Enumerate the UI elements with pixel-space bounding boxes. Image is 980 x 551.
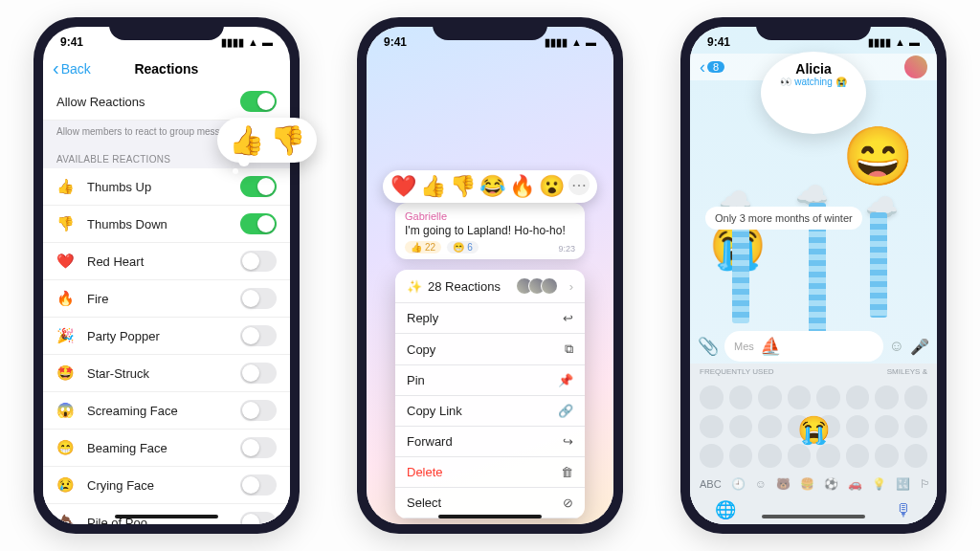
emoji-cell[interactable] (758, 444, 782, 468)
travel-icon[interactable]: 🚗 (848, 477, 862, 491)
reaction-label: Party Popper (87, 329, 240, 343)
reaction-label: Beaming Face (87, 441, 240, 455)
emoji-cell[interactable] (846, 415, 870, 439)
reaction-toggle[interactable] (240, 512, 277, 524)
home-indicator[interactable] (115, 515, 218, 518)
emoji-cell[interactable] (700, 415, 724, 439)
emoji-icon: 😁 (56, 439, 78, 456)
selected-emoji[interactable]: 😭 (797, 414, 831, 446)
mic-icon[interactable]: 🎤 (910, 338, 929, 356)
emoji-cell[interactable] (846, 386, 870, 409)
emoji-icon: ❤️ (56, 253, 78, 270)
emoji-cell[interactable] (816, 386, 840, 409)
message-bubble[interactable]: Gabrielle I'm going to Lapland! Ho-ho-ho… (395, 203, 585, 259)
menu-icon: ↩ (563, 311, 573, 325)
reactions-summary-row[interactable]: ✨ 28 Reactions › (395, 270, 585, 303)
notch (433, 17, 547, 40)
attach-icon[interactable]: 📎 (698, 336, 719, 357)
emoji-cell[interactable] (875, 386, 899, 409)
clock-icon[interactable]: 🕘 (731, 477, 746, 491)
reaction-toggle[interactable] (240, 251, 277, 272)
sailboat-emoji: ⛵ (760, 336, 781, 357)
wifi-icon: ▲ (895, 36, 905, 48)
reaction-toggle[interactable] (240, 288, 277, 309)
back-button[interactable]: ‹8 (700, 57, 724, 77)
react-wow[interactable]: 😮 (539, 174, 565, 199)
clock: 9:41 (707, 35, 730, 49)
menu-pin[interactable]: Pin📌 (395, 365, 585, 396)
mic-icon[interactable]: 🎙 (895, 500, 912, 520)
emoji-cell[interactable] (875, 415, 899, 439)
symbols-icon[interactable]: 🔣 (896, 477, 910, 491)
reaction-toggle[interactable] (240, 325, 277, 346)
objects-icon[interactable]: 💡 (872, 477, 886, 491)
reaction-row: 🎉Party Popper (43, 318, 290, 355)
reaction-label: Star-Struck (87, 366, 240, 381)
globe-icon[interactable]: 🌐 (715, 499, 736, 520)
reaction-label: Crying Face (87, 478, 240, 493)
reaction-toggle[interactable] (240, 474, 277, 496)
reaction-toggle[interactable] (240, 400, 277, 421)
menu-reply[interactable]: Reply↩ (395, 303, 585, 334)
reaction-badge-like[interactable]: 👍 22 (405, 241, 441, 253)
allow-reactions-toggle[interactable] (240, 91, 277, 112)
react-thumbs-down[interactable]: 👎 (450, 174, 476, 199)
incoming-message[interactable]: Only 3 more months of winter (705, 207, 862, 230)
abc-button[interactable]: ABC (700, 478, 722, 490)
emoji-cell[interactable] (729, 415, 753, 439)
flags-icon[interactable]: 🏳 (920, 477, 931, 491)
emoji-cell[interactable] (729, 444, 753, 468)
smiley-icon[interactable]: ☺ (755, 477, 767, 491)
food-icon[interactable]: 🍔 (800, 477, 814, 491)
emoji-cell[interactable] (816, 444, 840, 468)
emoji-cell[interactable] (875, 444, 899, 468)
emoji-cell[interactable] (758, 386, 782, 409)
emoji-cell[interactable] (904, 415, 928, 439)
avatar (541, 277, 558, 295)
emoji-cell[interactable] (758, 415, 782, 439)
input-placeholder: Mes (734, 341, 754, 352)
react-fire[interactable]: 🔥 (509, 174, 535, 199)
context-menu: ✨ 28 Reactions › Reply↩Copy⧉Pin📌Copy Lin… (395, 270, 585, 518)
emoji-cell[interactable] (846, 444, 870, 468)
menu-forward[interactable]: Forward↪ (395, 427, 585, 457)
kbd-tab-smileys[interactable]: SMILEYS & (887, 367, 927, 376)
react-more-icon[interactable]: ⋯ (568, 174, 590, 195)
animal-icon[interactable]: 🐻 (776, 477, 791, 491)
home-indicator[interactable] (762, 515, 865, 518)
activity-icon[interactable]: ⚽ (824, 477, 838, 491)
menu-icon: ⊘ (563, 496, 573, 510)
emoji-cell[interactable] (904, 386, 928, 409)
message-input[interactable]: Mes ⛵ (724, 331, 883, 362)
home-indicator[interactable] (438, 515, 542, 518)
chat-status: 👀 watching 😭 (780, 77, 846, 87)
react-joy[interactable]: 😂 (479, 174, 505, 199)
menu-delete[interactable]: Delete🗑 (395, 457, 585, 488)
menu-label: Select (407, 496, 441, 510)
emoji-icon: 💩 (56, 514, 78, 524)
signal-icon: ▮▮▮▮ (868, 36, 891, 49)
emoji-cell[interactable] (700, 444, 724, 468)
reaction-toggle[interactable] (240, 363, 277, 384)
chat-avatar[interactable] (904, 55, 927, 78)
reaction-toggle[interactable] (240, 437, 277, 458)
reactor-avatars (521, 277, 558, 295)
reaction-toggle[interactable] (240, 213, 277, 234)
menu-label: Reply (407, 311, 438, 325)
react-heart[interactable]: ❤️ (390, 174, 416, 199)
signal-icon: ▮▮▮▮ (545, 36, 568, 49)
emoji-cell[interactable] (788, 386, 812, 409)
sticker-icon[interactable]: ☺ (889, 338, 904, 355)
react-thumbs-up[interactable]: 👍 (420, 174, 446, 199)
menu-copy-link[interactable]: Copy Link🔗 (395, 396, 585, 427)
emoji-cell[interactable] (904, 444, 928, 468)
reaction-badge-grin[interactable]: 😁 6 (447, 241, 479, 253)
emoji-cell[interactable] (700, 386, 724, 409)
emoji-cell[interactable] (788, 444, 812, 468)
thumbs-up-icon: 👍 (229, 123, 264, 157)
chevron-right-icon: › (569, 279, 573, 294)
emoji-cell[interactable] (729, 386, 753, 409)
kbd-tab-frequent[interactable]: FREQUENTLY USED (700, 367, 774, 376)
menu-copy[interactable]: Copy⧉ (395, 334, 585, 365)
reaction-toggle[interactable] (240, 176, 277, 197)
